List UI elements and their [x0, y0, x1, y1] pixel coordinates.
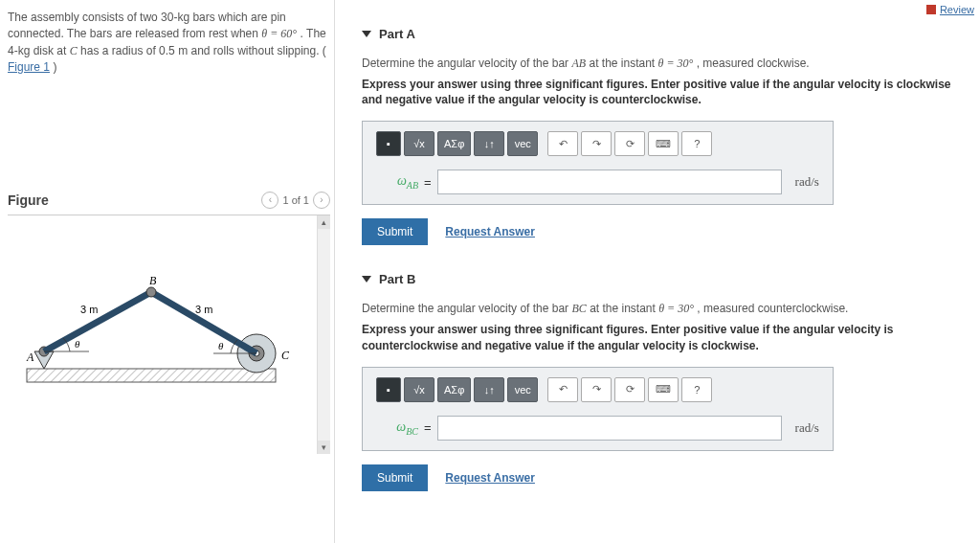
part-a-instructions: Express your answer using three signific… — [362, 77, 972, 107]
variable-label: ωBC — [376, 419, 418, 437]
figure-nav: ‹ 1 of 1 › — [261, 192, 330, 209]
greek-button[interactable]: ΑΣφ — [437, 377, 471, 402]
figure-body: B A C 3 m 3 m θ θ ▴ ▾ — [8, 215, 330, 454]
part-b-answer-box: ▪ √x ΑΣφ ↓↑ vec ↶ ↷ ⟳ ⌨ ? ωBC = — [362, 367, 834, 451]
template-icon[interactable]: ▪ — [376, 377, 401, 402]
figure-counter: 1 of 1 — [282, 194, 309, 206]
flag-icon — [926, 5, 936, 14]
review-link[interactable]: Review — [926, 4, 974, 15]
svg-line-7 — [44, 292, 151, 351]
keyboard-icon[interactable]: ⌨ — [648, 131, 679, 156]
vec-button[interactable]: vec — [507, 377, 538, 402]
root-icon[interactable]: √x — [404, 131, 434, 156]
help-button[interactable]: ? — [681, 131, 712, 156]
equals-sign: = — [424, 175, 432, 190]
request-answer-b[interactable]: Request Answer — [445, 471, 535, 485]
variable-label: ωAB — [376, 173, 418, 191]
problem-text: has a radius of 0.5 m and rolls without … — [80, 44, 326, 57]
label-len-left: 3 m — [80, 304, 98, 315]
part-a-title: Part A — [379, 27, 415, 41]
figure-prev-button[interactable]: ‹ — [261, 192, 278, 209]
review-label: Review — [940, 4, 974, 15]
label-theta-left: θ — [75, 338, 80, 350]
unit-label: rad/s — [795, 174, 819, 190]
part-b-question: Determine the angular velocity of the ba… — [362, 302, 972, 316]
submit-button-a[interactable]: Submit — [362, 218, 428, 245]
scroll-up-icon[interactable]: ▴ — [318, 215, 330, 229]
equation-toolbar: ▪ √x ΑΣφ ↓↑ vec ↶ ↷ ⟳ ⌨ ? — [376, 377, 819, 402]
template-icon[interactable]: ▪ — [376, 131, 401, 156]
greek-button[interactable]: ΑΣφ — [437, 131, 471, 156]
part-a-question: Determine the angular velocity of the ba… — [362, 57, 972, 71]
svg-line-8 — [151, 292, 256, 353]
figure-next-button[interactable]: › — [313, 192, 330, 209]
keyboard-icon[interactable]: ⌨ — [648, 377, 679, 402]
help-button[interactable]: ? — [681, 377, 712, 402]
figure-link[interactable]: Figure 1 — [8, 60, 50, 74]
figure-scrollbar[interactable]: ▴ ▾ — [317, 215, 330, 454]
request-answer-a[interactable]: Request Answer — [445, 225, 535, 238]
part-a-answer-box: ▪ √x ΑΣφ ↓↑ vec ↶ ↷ ⟳ ⌨ ? ωAB = — [362, 121, 834, 205]
collapse-icon — [362, 276, 371, 283]
redo-icon[interactable]: ↷ — [581, 377, 612, 402]
root-icon[interactable]: √x — [404, 377, 434, 402]
part-b-instructions: Express your answer using three signific… — [362, 322, 972, 352]
part-b-title: Part B — [379, 272, 415, 286]
svg-rect-1 — [27, 369, 276, 382]
part-a: Part A Determine the angular velocity of… — [362, 27, 980, 245]
answer-input-b[interactable] — [437, 416, 782, 441]
collapse-icon — [362, 31, 371, 37]
right-panel: Review Part A Determine the angular velo… — [335, 0, 980, 543]
answer-input-a[interactable] — [437, 170, 782, 194]
unit-label: rad/s — [795, 420, 819, 436]
part-b: Part B Determine the angular velocity of… — [362, 272, 980, 490]
theta-initial: θ = 60° — [261, 27, 297, 40]
reset-icon[interactable]: ⟳ — [614, 131, 645, 156]
updown-icon[interactable]: ↓↑ — [474, 131, 504, 156]
label-b: B — [149, 274, 157, 287]
problem-text: ) — [53, 60, 56, 74]
problem-text: The assembly consists of two 30-kg bars … — [8, 11, 286, 40]
svg-point-9 — [146, 287, 156, 297]
left-panel: The assembly consists of two 30-kg bars … — [0, 0, 335, 543]
part-a-header[interactable]: Part A — [362, 27, 972, 41]
undo-icon[interactable]: ↶ — [547, 131, 578, 156]
label-a: A — [26, 351, 34, 364]
redo-icon[interactable]: ↷ — [581, 131, 612, 156]
vec-button[interactable]: vec — [507, 131, 538, 156]
undo-icon[interactable]: ↶ — [547, 377, 578, 402]
part-b-header[interactable]: Part B — [362, 272, 972, 286]
figure-svg: B A C 3 m 3 m θ θ — [8, 254, 304, 407]
point-c: C — [70, 44, 78, 57]
label-theta-right: θ — [218, 340, 224, 351]
equals-sign: = — [424, 420, 432, 435]
updown-icon[interactable]: ↓↑ — [474, 377, 504, 402]
submit-button-b[interactable]: Submit — [362, 464, 428, 491]
problem-statement: The assembly consists of two 30-kg bars … — [8, 10, 330, 77]
reset-icon[interactable]: ⟳ — [614, 377, 645, 402]
scroll-down-icon[interactable]: ▾ — [318, 441, 330, 454]
label-len-right: 3 m — [195, 304, 212, 315]
label-c: C — [281, 349, 290, 362]
figure-title: Figure — [8, 192, 49, 208]
equation-toolbar: ▪ √x ΑΣφ ↓↑ vec ↶ ↷ ⟳ ⌨ ? — [376, 131, 819, 156]
